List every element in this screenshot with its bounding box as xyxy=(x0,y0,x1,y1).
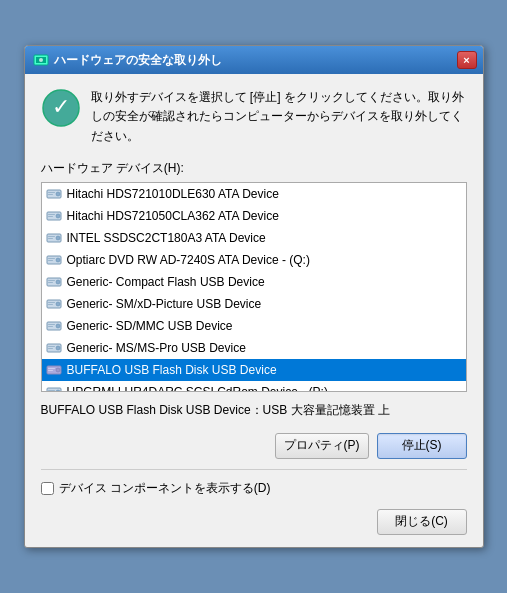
svg-rect-24 xyxy=(48,282,53,283)
svg-rect-20 xyxy=(48,260,53,261)
svg-rect-11 xyxy=(48,214,55,215)
device-item-label: Generic- SD/MMC USB Device xyxy=(67,317,233,335)
svg-rect-16 xyxy=(48,238,53,239)
device-item[interactable]: Generic- SD/MMC USB Device xyxy=(42,315,466,337)
svg-rect-28 xyxy=(48,304,53,305)
header-text: 取り外すデバイスを選択して [停止] をクリックしてください。取り外しの安全が確… xyxy=(91,88,467,146)
svg-rect-15 xyxy=(48,236,55,237)
dialog-body: ✓ 取り外すデバイスを選択して [停止] をクリックしてください。取り外しの安全… xyxy=(25,74,483,547)
device-item-label: Generic- Compact Flash USB Device xyxy=(67,273,265,291)
component-checkbox[interactable] xyxy=(41,482,54,495)
header-icon: ✓ xyxy=(41,88,81,128)
svg-point-26 xyxy=(56,302,60,306)
svg-text:✓: ✓ xyxy=(52,94,70,119)
drive-icon xyxy=(46,340,62,356)
close-dialog-button[interactable]: 閉じる(C) xyxy=(377,509,467,535)
drive-icon xyxy=(46,252,62,268)
checkbox-label[interactable]: デバイス コンポーネントを表示する(D) xyxy=(59,480,271,497)
device-item-label: Optiarc DVD RW AD-7240S ATA Device - (Q:… xyxy=(67,251,310,269)
properties-button[interactable]: プロパティ(P) xyxy=(275,433,369,459)
device-item[interactable]: UPGRMLI UR4DARC SCSI CdRom Device - (P:) xyxy=(42,381,466,392)
svg-rect-19 xyxy=(48,258,55,259)
drive-icon xyxy=(46,296,62,312)
svg-rect-23 xyxy=(48,280,55,281)
drive-icon xyxy=(46,230,62,246)
header-section: ✓ 取り外すデバイスを選択して [停止] をクリックしてください。取り外しの安全… xyxy=(41,88,467,146)
title-bar: ハードウェアの安全な取り外し × xyxy=(25,46,483,74)
device-item[interactable]: BUFFALO USB Flash Disk USB Device xyxy=(42,359,466,381)
title-icon xyxy=(33,52,49,68)
svg-point-6 xyxy=(56,192,60,196)
status-text: BUFFALO USB Flash Disk USB Device：USB 大容… xyxy=(41,402,467,419)
device-item[interactable]: Hitachi HDS721050CLA362 ATA Device xyxy=(42,205,466,227)
button-row: プロパティ(P) 停止(S) xyxy=(41,433,467,470)
device-item[interactable]: Generic- SM/xD-Picture USB Device xyxy=(42,293,466,315)
svg-rect-36 xyxy=(48,348,53,349)
device-item-label: Hitachi HDS721010DLE630 ATA Device xyxy=(67,185,279,203)
drive-icon xyxy=(46,362,62,378)
device-item-label: Hitachi HDS721050CLA362 ATA Device xyxy=(67,207,279,225)
svg-point-18 xyxy=(56,258,60,262)
svg-rect-7 xyxy=(48,192,55,193)
svg-rect-8 xyxy=(48,194,53,195)
svg-rect-40 xyxy=(48,370,53,371)
stop-button[interactable]: 停止(S) xyxy=(377,433,467,459)
svg-point-42 xyxy=(56,390,60,392)
svg-rect-31 xyxy=(48,324,55,325)
device-item[interactable]: Generic- Compact Flash USB Device xyxy=(42,271,466,293)
device-item[interactable]: Optiarc DVD RW AD-7240S ATA Device - (Q:… xyxy=(42,249,466,271)
svg-point-10 xyxy=(56,214,60,218)
drive-icon xyxy=(46,318,62,334)
svg-rect-27 xyxy=(48,302,55,303)
svg-rect-43 xyxy=(48,390,55,391)
device-item[interactable]: INTEL SSDSC2CT180A3 ATA Device xyxy=(42,227,466,249)
svg-rect-12 xyxy=(48,216,53,217)
device-item-label: Generic- MS/MS-Pro USB Device xyxy=(67,339,246,357)
title-bar-left: ハードウェアの安全な取り外し xyxy=(33,52,222,69)
title-text: ハードウェアの安全な取り外し xyxy=(54,52,222,69)
svg-rect-32 xyxy=(48,326,53,327)
device-item-label: Generic- SM/xD-Picture USB Device xyxy=(67,295,262,313)
svg-point-30 xyxy=(56,324,60,328)
device-item-label: BUFFALO USB Flash Disk USB Device xyxy=(67,361,277,379)
close-button[interactable]: × xyxy=(457,51,477,69)
device-item-label: INTEL SSDSC2CT180A3 ATA Device xyxy=(67,229,266,247)
device-item[interactable]: Hitachi HDS721010DLE630 ATA Device xyxy=(42,183,466,205)
svg-point-34 xyxy=(56,346,60,350)
bottom-row: 閉じる(C) xyxy=(41,509,467,535)
checkbox-row: デバイス コンポーネントを表示する(D) xyxy=(41,480,467,497)
svg-point-14 xyxy=(56,236,60,240)
dialog-window: ハードウェアの安全な取り外し × ✓ 取り外すデバイスを選択して [停止] をク… xyxy=(24,45,484,548)
device-list[interactable]: Hitachi HDS721010DLE630 ATA Device Hitac… xyxy=(41,182,467,392)
svg-point-2 xyxy=(39,58,43,62)
section-label: ハードウェア デバイス(H): xyxy=(41,160,467,177)
drive-icon xyxy=(46,384,62,392)
drive-icon xyxy=(46,186,62,202)
svg-point-38 xyxy=(56,368,60,372)
drive-icon xyxy=(46,208,62,224)
device-item[interactable]: Generic- MS/MS-Pro USB Device xyxy=(42,337,466,359)
svg-point-22 xyxy=(56,280,60,284)
svg-rect-35 xyxy=(48,346,55,347)
drive-icon xyxy=(46,274,62,290)
device-item-label: UPGRMLI UR4DARC SCSI CdRom Device - (P:) xyxy=(67,383,328,392)
svg-rect-39 xyxy=(48,368,55,369)
